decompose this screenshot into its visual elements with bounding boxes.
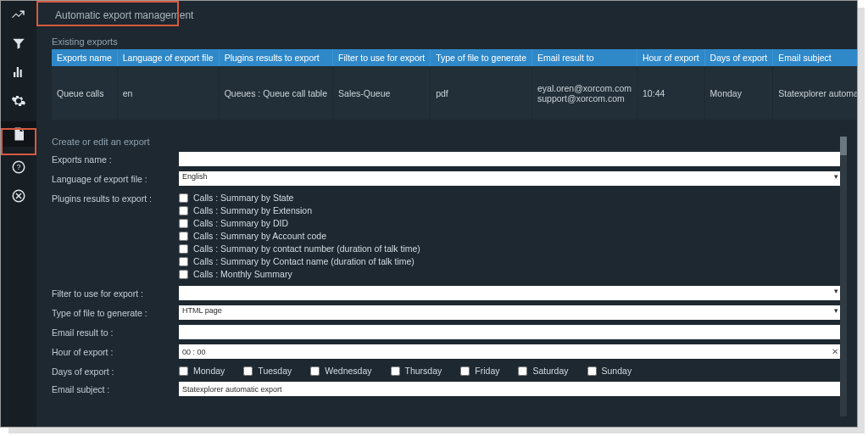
svg-text:?: ?: [17, 164, 21, 171]
day-label: Thursday: [405, 366, 442, 376]
cell-plugins: Queues : Queue call table: [219, 66, 332, 120]
day-checkbox[interactable]: [518, 366, 527, 376]
plugin-checkbox-item[interactable]: Calls : Summary by Contact name (duratio…: [179, 256, 842, 266]
label-plugins: Plugins results to export :: [52, 191, 179, 204]
bar-chart-icon[interactable]: [10, 64, 27, 81]
col-language[interactable]: Language of export file: [117, 49, 219, 66]
col-plugins[interactable]: Plugins results to export: [219, 49, 332, 66]
plugin-checkbox[interactable]: [179, 257, 188, 266]
help-icon[interactable]: ?: [10, 159, 27, 176]
table-row[interactable]: Queue calls en Queues : Queue call table…: [52, 66, 857, 120]
day-label: Saturday: [532, 366, 568, 376]
language-select[interactable]: English: [179, 171, 842, 186]
cell-file-type: pdf: [431, 66, 532, 120]
day-checkbox-item[interactable]: Sunday: [587, 366, 632, 376]
day-checkbox-item[interactable]: Tuesday: [243, 366, 292, 376]
day-checkbox[interactable]: [243, 366, 253, 376]
plugins-checkbox-group: Calls : Summary by StateCalls : Summary …: [179, 191, 842, 281]
day-label: Wednesday: [325, 366, 371, 376]
filter-icon[interactable]: [10, 35, 27, 52]
email-line: eyal.oren@xorcom.com: [537, 83, 632, 93]
filter-select[interactable]: [179, 286, 842, 300]
plugin-checkbox[interactable]: [179, 206, 188, 215]
file-type-select[interactable]: HTML page: [179, 305, 842, 320]
plugin-checkbox[interactable]: [179, 219, 188, 228]
chart-line-icon[interactable]: [10, 6, 27, 23]
plugin-checkbox-item[interactable]: Calls : Monthly Summary: [179, 269, 842, 279]
days-checkbox-group: MondayTuesdayWednesdayThursdayFridaySatu…: [179, 364, 842, 376]
label-language: Language of export file :: [52, 171, 179, 184]
day-checkbox[interactable]: [179, 366, 188, 376]
plugin-checkbox[interactable]: [179, 232, 188, 241]
sidebar: ?: [1, 1, 36, 427]
day-label: Tuesday: [258, 366, 292, 376]
plugin-label: Calls : Summary by State: [193, 193, 293, 203]
cell-filter: Sales-Queue: [333, 66, 431, 120]
cell-name: Queue calls: [52, 66, 117, 120]
day-label: Sunday: [602, 366, 632, 376]
plugin-label: Calls : Summary by DID: [193, 218, 288, 228]
label-hour: Hour of export :: [52, 344, 179, 357]
cell-language: en: [117, 66, 219, 120]
col-hour[interactable]: Hour of export: [637, 49, 705, 66]
col-file-type[interactable]: Type of file to generate: [431, 49, 532, 66]
plugin-checkbox[interactable]: [179, 244, 188, 254]
day-checkbox[interactable]: [391, 366, 400, 376]
close-icon[interactable]: [10, 187, 27, 204]
exports-table: Exports name Language of export file Plu…: [52, 49, 857, 120]
day-checkbox-item[interactable]: Monday: [179, 366, 225, 376]
plugin-checkbox-item[interactable]: Calls : Summary by State: [179, 193, 842, 203]
plugin-label: Calls : Summary by contact number (durat…: [193, 243, 420, 254]
existing-exports-label: Existing exports: [52, 36, 842, 47]
day-checkbox-item[interactable]: Saturday: [518, 366, 568, 376]
plugin-checkbox-item[interactable]: Calls : Summary by DID: [179, 218, 842, 228]
plugin-checkbox-item[interactable]: Calls : Summary by Extension: [179, 205, 842, 215]
plugin-label: Calls : Monthly Summary: [193, 269, 292, 279]
email-to-input[interactable]: [179, 325, 842, 339]
col-filter[interactable]: Filter to use for export: [333, 49, 431, 66]
page-title: Automatic export management: [52, 6, 842, 30]
day-label: Friday: [475, 366, 499, 376]
day-checkbox-item[interactable]: Thursday: [391, 366, 442, 376]
cell-subject: Statexplorer automatic export: [773, 66, 857, 120]
plugin-checkbox-item[interactable]: Calls : Summary by contact number (durat…: [179, 243, 842, 254]
col-subject[interactable]: Email subject: [773, 49, 857, 66]
cell-email-to: eyal.oren@xorcom.com support@xorcom.com: [532, 66, 637, 120]
plugin-label: Calls : Summary by Account code: [193, 231, 326, 241]
main-panel: Automatic export management Existing exp…: [36, 1, 857, 427]
export-name-input[interactable]: [179, 152, 842, 166]
email-line: support@xorcom.com: [537, 93, 632, 103]
label-days: Days of export :: [52, 364, 179, 377]
label-filter: Filter to use for export :: [52, 286, 179, 299]
day-checkbox-item[interactable]: Wednesday: [310, 366, 371, 376]
plugin-checkbox-item[interactable]: Calls : Summary by Account code: [179, 231, 842, 241]
clear-hour-icon[interactable]: ✕: [832, 347, 838, 356]
col-days[interactable]: Days of export: [704, 49, 773, 66]
label-export-name: Exports name :: [52, 152, 179, 165]
col-email-to[interactable]: Email result to: [532, 49, 637, 66]
day-checkbox[interactable]: [587, 366, 597, 376]
cell-days: Monday: [704, 66, 773, 120]
hour-input[interactable]: 00 : 00 ✕: [179, 344, 842, 359]
label-file-type: Type of file to generate :: [52, 305, 179, 318]
cell-hour: 10:44: [637, 66, 705, 120]
file-export-icon[interactable]: [1, 121, 36, 147]
label-email-to: Email result to :: [52, 325, 179, 338]
day-checkbox[interactable]: [310, 366, 320, 376]
plugin-label: Calls : Summary by Contact name (duratio…: [193, 256, 415, 266]
day-label: Monday: [193, 366, 225, 376]
form-scrollbar[interactable]: [840, 137, 847, 416]
col-exports-name[interactable]: Exports name: [52, 49, 117, 66]
subject-input[interactable]: [179, 382, 842, 396]
day-checkbox[interactable]: [460, 366, 470, 376]
label-subject: Email subject :: [52, 382, 179, 394]
form-title: Create or edit an export: [52, 137, 842, 147]
plugin-checkbox[interactable]: [179, 193, 188, 203]
plugin-label: Calls : Summary by Extension: [193, 205, 312, 215]
settings-icon[interactable]: [10, 92, 27, 109]
create-edit-form: Create or edit an export Exports name : …: [52, 137, 842, 396]
plugin-checkbox[interactable]: [179, 270, 188, 279]
day-checkbox-item[interactable]: Friday: [460, 366, 499, 376]
